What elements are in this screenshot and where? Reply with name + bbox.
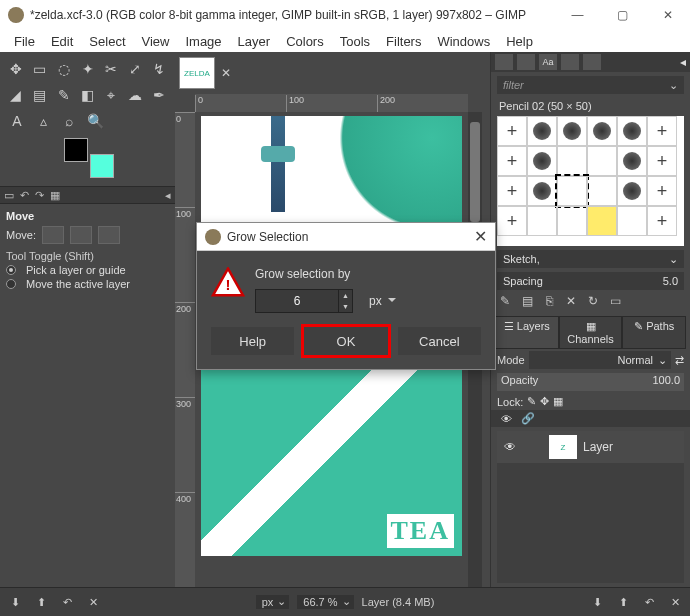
menu-file[interactable]: File [6,32,43,51]
status-icon[interactable]: ⬇ [6,593,24,611]
tab-tool-options-icon[interactable]: ▭ [4,189,14,202]
brush-cell[interactable]: + [647,176,677,206]
tab-paths[interactable]: ✎ Paths [622,316,686,349]
status-icon[interactable]: ✕ [666,593,684,611]
tool-pencil[interactable]: ✎ [54,84,74,106]
brush-cell[interactable] [587,146,617,176]
brush-cell[interactable]: + [647,146,677,176]
unit-dropdown[interactable]: px [361,289,402,313]
foreground-color[interactable] [64,138,88,162]
brush-cell[interactable]: + [497,176,527,206]
tool-measure[interactable]: ▵ [32,110,54,132]
brush-cell[interactable] [557,116,587,146]
status-icon[interactable]: ⬆ [614,593,632,611]
brush-cell[interactable] [617,206,647,236]
layer-thumbnail[interactable]: Z [549,435,577,459]
tool-bucket[interactable]: ◢ [6,84,26,106]
tool-text[interactable]: A [6,110,28,132]
brush-cell[interactable] [587,116,617,146]
layer-visibility-icon[interactable]: 👁 [501,440,519,454]
brush-cell[interactable] [527,206,557,236]
help-button[interactable]: Help [211,327,294,355]
brush-cell[interactable] [527,116,557,146]
dock-tab-history[interactable] [561,54,579,70]
window-close-button[interactable]: ✕ [645,0,690,30]
ok-button[interactable]: OK [304,327,387,355]
grow-amount-spinbox[interactable]: 6 ▲▼ [255,289,353,313]
menu-help[interactable]: Help [498,32,541,51]
brush-cell[interactable]: + [647,116,677,146]
mode-switch-icon[interactable]: ⇄ [675,354,684,367]
radio-move-active[interactable]: Move the active layer [6,278,169,290]
tool-zoom[interactable]: 🔍 [84,110,106,132]
brush-cell[interactable] [527,176,557,206]
lock-pixels-icon[interactable]: ✎ [527,395,536,408]
status-icon[interactable]: ⬆ [32,593,50,611]
brush-delete-icon[interactable]: ✕ [563,294,579,308]
tool-gradient[interactable]: ▤ [30,84,50,106]
tool-clone[interactable]: ⌖ [101,84,121,106]
brush-cell[interactable]: + [497,206,527,236]
dock-tab-menu-icon[interactable]: ◂ [680,55,686,69]
scrollbar-thumb[interactable] [470,122,480,222]
status-icon[interactable]: ↶ [640,593,658,611]
ruler-vertical[interactable]: 0 100 200 300 400 [175,112,195,587]
dock-tab-brushes[interactable] [495,54,513,70]
status-icon[interactable]: ⬇ [588,593,606,611]
menu-edit[interactable]: Edit [43,32,81,51]
status-icon[interactable]: ↶ [58,593,76,611]
brush-cell[interactable]: + [647,206,677,236]
window-maximize-button[interactable]: ▢ [600,0,645,30]
layer-row[interactable]: 👁 Z Layer [497,431,684,463]
brush-cell[interactable]: + [497,146,527,176]
tab-layers[interactable]: ☰ Layers [495,316,559,349]
cancel-button[interactable]: Cancel [398,327,481,355]
tool-rect-select[interactable]: ▭ [30,58,50,80]
brush-cell[interactable] [557,146,587,176]
grow-amount-value[interactable]: 6 [256,294,338,308]
move-mode-selection[interactable] [70,226,92,244]
brush-duplicate-icon[interactable]: ⎘ [541,294,557,308]
blend-mode-dropdown[interactable]: Normal [529,351,671,369]
tab-images-icon[interactable]: ▦ [50,189,60,202]
brush-open-icon[interactable]: ▭ [607,294,623,308]
spin-down-icon[interactable]: ▼ [338,301,352,312]
tab-menu-icon[interactable]: ◂ [165,189,171,202]
brush-filter-input[interactable]: filter [497,76,684,94]
image-tab-thumbnail[interactable]: ZELDA [179,57,215,89]
menu-select[interactable]: Select [81,32,133,51]
menu-layer[interactable]: Layer [230,32,279,51]
tool-eraser[interactable]: ◧ [78,84,98,106]
move-mode-layer[interactable] [42,226,64,244]
brush-cell[interactable]: + [497,116,527,146]
brush-cell[interactable] [617,176,647,206]
status-icon[interactable]: ✕ [84,593,102,611]
zoom-dropdown[interactable]: 66.7 % [297,595,353,609]
menu-view[interactable]: View [134,32,178,51]
spin-up-icon[interactable]: ▲ [338,290,352,301]
brush-cell-selected[interactable] [557,176,587,206]
move-mode-path[interactable] [98,226,120,244]
dock-tab-other[interactable] [583,54,601,70]
dialog-close-icon[interactable]: ✕ [474,227,487,246]
tool-free-select[interactable]: ◌ [54,58,74,80]
tool-crop[interactable]: ✂ [101,58,121,80]
lock-alpha-icon[interactable]: ▦ [553,395,563,408]
window-minimize-button[interactable]: — [555,0,600,30]
radio-pick-layer[interactable]: Pick a layer or guide [6,264,169,276]
spacing-slider[interactable]: Spacing5.0 [497,272,684,290]
menu-colors[interactable]: Colors [278,32,332,51]
menu-windows[interactable]: Windows [429,32,498,51]
tool-smudge[interactable]: ☁ [125,84,145,106]
tab-channels[interactable]: ▦ Channels [559,316,623,349]
tab-history-icon[interactable]: ↷ [35,189,44,202]
tool-transform[interactable]: ⤢ [125,58,145,80]
brush-edit-icon[interactable]: ✎ [497,294,513,308]
brush-cell[interactable] [617,146,647,176]
dock-tab-fonts[interactable]: Aa [539,54,557,70]
tool-path[interactable]: ✒ [149,84,169,106]
menu-filters[interactable]: Filters [378,32,429,51]
dock-tab-patterns[interactable] [517,54,535,70]
menu-image[interactable]: Image [177,32,229,51]
ruler-horizontal[interactable]: 0 100 200 [195,94,468,112]
